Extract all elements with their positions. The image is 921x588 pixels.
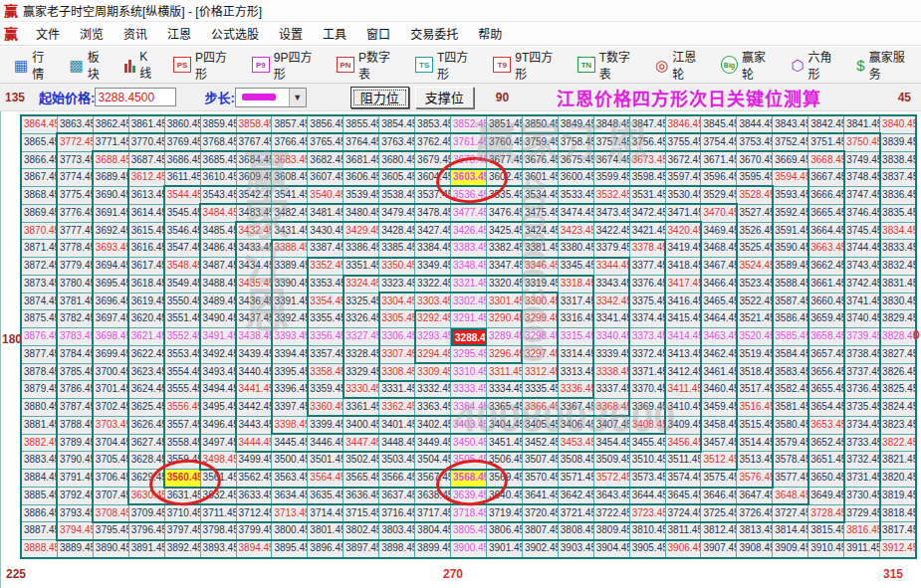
price-cell[interactable]: 3547.45 [165,240,201,258]
price-cell[interactable]: 3588.45 [773,276,808,294]
price-cell[interactable]: 3296.45 [487,346,523,364]
price-cell[interactable]: 3615.45 [129,223,165,241]
price-cell[interactable]: 3659.45 [808,310,844,328]
price-cell[interactable]: 3805.45 [451,522,487,540]
price-cell[interactable]: 3825.45 [880,381,916,399]
price-cell[interactable]: 3847.45 [630,116,666,134]
price-cell[interactable]: 3553.45 [165,346,201,364]
price-cell[interactable]: 3905.45 [630,540,666,558]
price-cell[interactable]: 3854.45 [379,116,415,134]
price-cell[interactable]: 3539.45 [344,187,379,205]
price-cell[interactable]: 3614.45 [129,205,165,223]
price-cell[interactable]: 3413.45 [666,346,702,364]
price-cell[interactable]: 3809.45 [594,522,630,540]
price-cell[interactable]: 3452.45 [523,435,559,453]
price-cell[interactable]: 3347.45 [487,258,523,276]
price-cell[interactable]: 3872.45 [22,258,58,276]
price-cell[interactable]: 3497.45 [201,435,237,453]
price-cell[interactable]: 3777.45 [58,223,94,241]
price-cell[interactable]: 3548.45 [165,258,201,276]
price-cell[interactable]: 3348.45 [451,258,487,276]
price-cell[interactable]: 3836.45 [880,187,916,205]
price-cell[interactable]: 3399.45 [308,417,344,435]
price-cell[interactable]: 3453.45 [559,435,594,453]
price-cell[interactable]: 3734.45 [844,417,880,435]
price-cell[interactable]: 3757.45 [594,134,630,152]
price-cell[interactable]: 3520.45 [737,328,773,346]
price-cell[interactable]: 3689.45 [94,169,129,187]
price-cell[interactable]: 3326.45 [344,310,379,328]
price-cell[interactable]: 3630.45 [129,488,165,505]
price-cell[interactable]: 3302.45 [451,294,487,311]
menu-window[interactable]: 窗口 [356,22,400,45]
price-cell[interactable]: 3780.45 [58,276,94,294]
price-cell[interactable]: 3768.45 [201,134,237,152]
price-cell[interactable]: 3490.45 [201,310,237,328]
menu-news[interactable]: 资讯 [114,22,157,45]
price-cell[interactable]: 3446.45 [308,435,344,453]
price-cell[interactable]: 3701.45 [94,381,129,399]
price-cell[interactable]: 3705.45 [94,452,129,470]
price-cell[interactable]: 3681.45 [344,152,379,170]
price-cell[interactable]: 3558.45 [165,435,201,453]
price-cell[interactable]: 3449.45 [415,435,451,453]
price-cell[interactable]: 3471.45 [666,205,702,223]
price-cell[interactable]: 3472.45 [630,205,666,223]
price-cell[interactable]: 3820.45 [880,470,916,488]
menu-trade-entrust[interactable]: 交易委托 [400,22,468,45]
price-cell[interactable]: 3715.45 [344,505,379,523]
price-cell[interactable]: 3653.45 [808,417,844,435]
price-cell[interactable]: 3523.45 [737,276,773,294]
price-cell[interactable]: 3798.45 [201,522,237,540]
price-cell[interactable]: 3783.45 [58,328,94,346]
price-cell[interactable]: 3504.45 [415,452,451,470]
price-cell[interactable]: 3837.45 [880,169,916,187]
price-cell[interactable]: 3812.45 [701,522,737,540]
price-cell[interactable]: 3616.45 [129,240,165,258]
price-cell[interactable]: 3901.45 [487,540,523,558]
price-cell[interactable]: 3460.45 [701,381,737,399]
price-cell[interactable]: 3586.45 [773,310,808,328]
price-cell[interactable]: 3695.45 [94,276,129,294]
price-cell[interactable]: 3908.45 [737,540,773,558]
price-cell[interactable]: 3482.45 [272,205,308,223]
price-cell[interactable]: 3294.45 [415,346,451,364]
price-cell[interactable]: 3466.45 [701,276,737,294]
price-cell[interactable]: 3381.45 [523,240,559,258]
price-cell[interactable]: 3601.45 [523,169,559,187]
toolbar-item-K线[interactable]: K线 [116,47,165,83]
price-cell[interactable]: 3871.45 [22,240,58,258]
price-cell[interactable]: 3655.45 [808,381,844,399]
price-cell[interactable]: 3459.45 [701,399,737,417]
price-cell[interactable]: 3911.45 [844,540,880,558]
price-cell[interactable]: 3327.45 [344,328,379,346]
price-cell[interactable]: 3291.45 [451,310,487,328]
price-cell[interactable]: 3532.45 [594,187,630,205]
price-cell[interactable]: 3610.45 [201,169,237,187]
price-cell[interactable]: 3778.45 [58,240,94,258]
price-cell[interactable]: 3641.45 [523,488,559,505]
price-cell[interactable]: 3295.45 [451,346,487,364]
price-cell[interactable]: 3387.45 [308,240,344,258]
price-cell[interactable]: 3704.45 [94,435,129,453]
price-cell[interactable]: 3352.45 [308,258,344,276]
price-cell[interactable]: 3596.45 [701,169,737,187]
price-cell[interactable]: 3536.45 [451,187,487,205]
price-cell[interactable]: 3484.45 [201,205,237,223]
price-cell[interactable]: 3473.45 [594,205,630,223]
price-cell[interactable]: 3379.45 [594,240,630,258]
price-cell[interactable]: 3654.45 [808,399,844,417]
price-cell[interactable]: 3829.45 [880,310,916,328]
price-cell[interactable]: 3674.45 [594,152,630,170]
price-cell[interactable]: 3353.45 [308,276,344,294]
price-cell[interactable]: 3860.45 [165,116,201,134]
price-cell[interactable]: 3385.45 [379,240,415,258]
price-cell[interactable]: 3771.45 [94,134,129,152]
price-cell[interactable]: 3884.45 [22,470,58,488]
price-cell[interactable]: 3317.45 [559,294,594,311]
price-cell[interactable]: 3443.45 [237,417,273,435]
price-cell[interactable]: 3565.45 [344,470,379,488]
price-cell[interactable]: 3902.45 [523,540,559,558]
price-cell[interactable]: 3369.45 [630,399,666,417]
price-cell[interactable]: 3827.45 [880,346,916,364]
